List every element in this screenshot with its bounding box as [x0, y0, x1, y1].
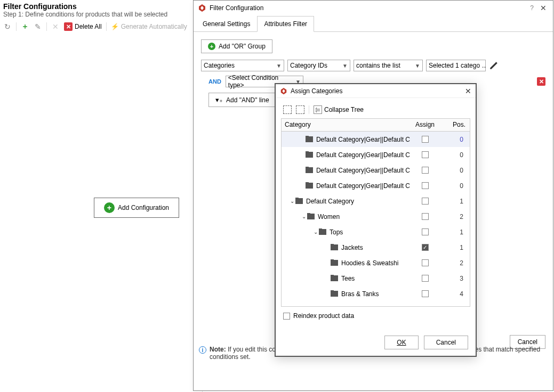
assign-checkbox[interactable]: ✓: [422, 244, 429, 251]
field-select[interactable]: Category IDs▼: [287, 60, 350, 71]
add-and-line-button[interactable]: ▾₊ Add "AND" line: [208, 93, 276, 107]
delete-all-button[interactable]: ✕ Delete All: [64, 22, 102, 31]
pencil-icon[interactable]: [489, 61, 499, 70]
left-panel: Filter Configurations Step 1: Define con…: [0, 0, 203, 392]
add-or-label: Add "OR" Group: [219, 43, 266, 50]
assign-checkbox[interactable]: [422, 228, 429, 235]
dialog-titlebar: Filter Configuration ? ✕: [194, 1, 553, 15]
position-value[interactable]: 2: [440, 259, 470, 267]
folder-icon: [331, 244, 338, 250]
assign-checkbox[interactable]: [422, 136, 429, 143]
ok-button[interactable]: OK: [384, 336, 418, 349]
collapse-tree-button[interactable]: Collapse Tree: [314, 105, 364, 114]
assign-title: Assign Categories: [291, 87, 465, 95]
category-label: Default Category|Gear||Default C: [316, 151, 410, 159]
tree-row[interactable]: Default Category|Gear||Default C0: [282, 147, 470, 162]
tree-row[interactable]: ⌄Default Category1: [282, 193, 470, 209]
tree-row[interactable]: Default Category|Gear||Default C0: [282, 178, 470, 193]
position-value[interactable]: 1: [440, 228, 470, 236]
assign-checkbox[interactable]: [422, 182, 429, 189]
tree-row[interactable]: Tees3: [282, 271, 470, 286]
col-category[interactable]: Category: [282, 119, 410, 131]
add-or-group-button[interactable]: + Add "OR" Group: [201, 39, 272, 53]
app-icon: [280, 87, 287, 95]
tree-row[interactable]: Jackets✓1: [282, 240, 470, 255]
and-label: AND: [208, 78, 221, 85]
add-config-label: Add Configuration: [118, 204, 169, 211]
assign-checkbox[interactable]: [422, 275, 429, 282]
delete-all-label: Delete All: [75, 23, 102, 30]
add-icon[interactable]: ＋: [21, 22, 29, 31]
folder-icon: [319, 229, 326, 235]
tree-row[interactable]: ⌄Tops1: [282, 224, 470, 240]
position-value[interactable]: 0: [440, 136, 470, 143]
assign-checkbox[interactable]: [422, 198, 429, 205]
category-label: Default Category|Gear||Default C: [316, 136, 410, 143]
position-value[interactable]: 1: [440, 244, 470, 251]
assign-button-bar: OK Cancel: [384, 336, 468, 349]
category-label: Bras & Tanks: [341, 290, 379, 298]
generate-auto-label: Generate Automatically: [121, 23, 187, 30]
plus-icon: +: [208, 43, 215, 50]
folder-icon: [306, 136, 313, 142]
col-pos[interactable]: Pos.: [440, 119, 470, 131]
folder-icon: [306, 167, 313, 173]
folder-icon: [331, 260, 338, 266]
folder-icon: [306, 183, 313, 189]
assign-checkbox[interactable]: [422, 151, 429, 158]
tree-row[interactable]: Bras & Tanks4: [282, 286, 470, 301]
folder-icon: [306, 152, 313, 158]
tab-attributes-filter[interactable]: Attributes Filter: [257, 16, 314, 32]
assign-categories-dialog: Assign Categories ✕ Collapse Tree Catego…: [275, 83, 477, 357]
remove-condition-button[interactable]: ✕: [537, 77, 545, 86]
chevron-down-icon[interactable]: ⌄: [289, 198, 295, 204]
position-value[interactable]: 0: [440, 167, 470, 174]
chevron-down-icon[interactable]: ⌄: [301, 214, 307, 219]
lightning-icon: ⚡: [111, 23, 119, 30]
edit-icon[interactable]: ✎: [34, 22, 42, 31]
position-value[interactable]: 3: [440, 275, 470, 282]
deselect-all-icon[interactable]: [296, 105, 304, 114]
dialog-title: Filter Configuration: [210, 4, 526, 12]
folder-icon: [331, 275, 338, 281]
attribute-select[interactable]: Categories▼: [201, 60, 284, 71]
tree-row[interactable]: ⌄Women2: [282, 209, 470, 224]
assign-checkbox[interactable]: [422, 290, 429, 297]
tree-row[interactable]: Hoodies & Sweatshi2: [282, 255, 470, 271]
position-value[interactable]: 0: [440, 151, 470, 159]
chevron-down-icon[interactable]: ⌄: [312, 229, 319, 235]
reindex-row: Reindex product data: [276, 307, 476, 325]
select-all-icon[interactable]: [283, 105, 292, 114]
tree-row[interactable]: Default Category|Gear||Default C0: [282, 132, 470, 147]
tab-general[interactable]: General Settings: [196, 16, 257, 32]
position-value[interactable]: 1: [440, 198, 470, 205]
position-value[interactable]: 0: [440, 182, 470, 190]
add-configuration-button[interactable]: + Add Configuration: [94, 198, 179, 218]
assign-checkbox[interactable]: [422, 213, 429, 220]
assign-checkbox[interactable]: [422, 167, 429, 174]
operator-select[interactable]: contains the list▼: [354, 60, 423, 71]
tree-row[interactable]: Default Category|Gear||Default C0: [282, 162, 470, 178]
reindex-label: Reindex product data: [293, 312, 354, 320]
collapse-icon: [314, 105, 322, 114]
generate-auto-button[interactable]: ⚡ Generate Automatically: [111, 23, 187, 30]
position-value[interactable]: 4: [440, 290, 470, 298]
category-label: Default Category|Gear||Default C: [316, 182, 410, 190]
category-label: Tops: [330, 228, 343, 236]
delete-icon[interactable]: ✕: [51, 22, 60, 31]
value-select[interactable]: Selected 1 catego …: [426, 60, 486, 71]
page-title: Filter Configurations: [3, 2, 199, 11]
cancel-button[interactable]: Cancel: [424, 336, 468, 349]
category-tree: Category Assign Pos. Default Category|Ge…: [281, 118, 470, 307]
assign-close-button[interactable]: ✕: [465, 87, 471, 95]
position-value[interactable]: 2: [440, 213, 470, 220]
col-assign[interactable]: Assign: [410, 119, 440, 131]
refresh-icon[interactable]: ↻: [3, 22, 12, 31]
reindex-checkbox[interactable]: [283, 313, 290, 320]
help-button[interactable]: ?: [526, 4, 538, 12]
assign-titlebar: Assign Categories ✕: [276, 84, 476, 98]
dialog-close-button[interactable]: ✕: [538, 4, 549, 12]
category-label: Hoodies & Sweatshi: [341, 259, 398, 267]
assign-checkbox[interactable]: [422, 259, 429, 266]
category-label: Default Category|Gear||Default C: [316, 167, 410, 174]
